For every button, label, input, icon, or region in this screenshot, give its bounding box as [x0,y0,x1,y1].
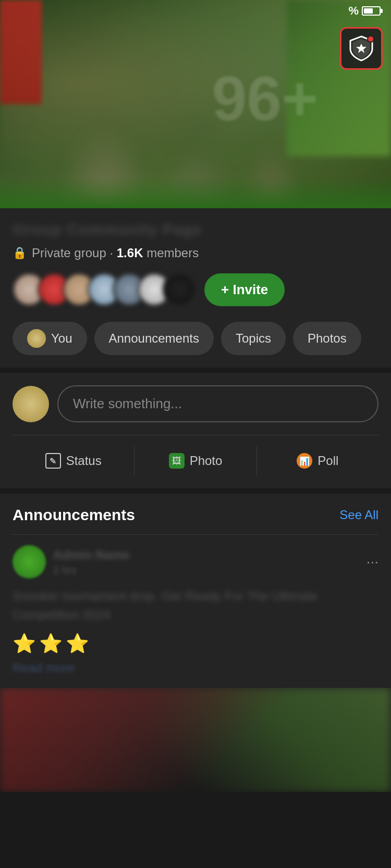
battery-fill [364,8,373,14]
shield-icon [347,34,375,62]
tab-topics[interactable]: Topics [221,322,286,355]
post-author-info: Admin Name 2 hrs [53,548,359,576]
group-meta: 🔒 Private group · 1.6K members [13,246,378,260]
status-action-button[interactable]: ✎ Status [13,446,134,476]
bottom-preview [0,688,391,792]
tab-announcements[interactable]: Announcements [94,322,214,355]
group-name: Group Community Page [13,221,378,238]
photo-icon: 🖼 [169,453,185,469]
star-3: ⭐ [66,633,89,655]
post-stars: ⭐ ⭐ ⭐ [13,633,378,655]
nav-tabs: You Announcements Topics Photos [13,322,378,368]
poll-action-button[interactable]: 📊 Poll [256,446,378,476]
section-divider-2 [0,488,391,494]
member-avatar [163,273,196,306]
bottom-preview-blur [0,688,391,792]
tab-you[interactable]: You [13,322,87,355]
hero-banner: 96+ % [0,0,391,208]
post-read-more-link[interactable]: Read more [13,661,378,675]
status-bar: % [348,4,381,18]
hero-number: 96+ [212,62,318,134]
post-composer: Write something... ✎ Status 🖼 Photo 📊 Po… [0,373,391,488]
post-author-avatar [13,545,46,578]
shield-notification-dot [367,35,374,43]
star-1: ⭐ [13,633,36,655]
post-content: Snooker tournament drop. Get Ready For T… [13,587,378,624]
invite-button[interactable]: + Invite [204,273,285,306]
post-menu-button[interactable]: ··· [366,553,378,570]
tab-photos[interactable]: Photos [293,322,361,355]
status-percent: % [348,4,359,18]
hero-bottom-green [0,177,391,208]
announcements-section: Announcements See All Admin Name 2 hrs ·… [0,494,391,688]
section-divider-1 [0,368,391,373]
post-timestamp: 2 hrs [53,564,359,576]
photo-action-button[interactable]: 🖼 Photo [134,446,256,476]
tab-you-avatar [27,329,46,348]
group-privacy-label: Private group · 1.6K members [32,246,199,260]
see-all-button[interactable]: See All [339,508,378,522]
lock-icon: 🔒 [13,246,27,260]
post-header: Admin Name 2 hrs ··· [13,545,378,578]
announcements-header: Announcements See All [13,506,378,524]
star-2: ⭐ [39,633,63,655]
announcement-post: Admin Name 2 hrs ··· Snooker tournament … [13,545,378,675]
announcements-title: Announcements [13,506,135,524]
battery-icon [362,6,381,16]
group-info-section: Group Community Page 🔒 Private group · 1… [0,208,391,368]
composer-actions: ✎ Status 🖼 Photo 📊 Poll [13,435,378,476]
announcement-divider [13,534,378,535]
post-author-name: Admin Name [53,548,359,562]
post-input[interactable]: Write something... [57,385,378,422]
members-count: 1.6K [117,246,143,260]
members-row: + Invite [13,273,378,306]
shield-notification-button[interactable] [340,27,383,70]
member-avatars [13,273,196,306]
composer-avatar [13,386,49,422]
poll-icon: 📊 [297,453,312,469]
edit-icon: ✎ [45,453,61,469]
composer-row: Write something... [13,385,378,422]
